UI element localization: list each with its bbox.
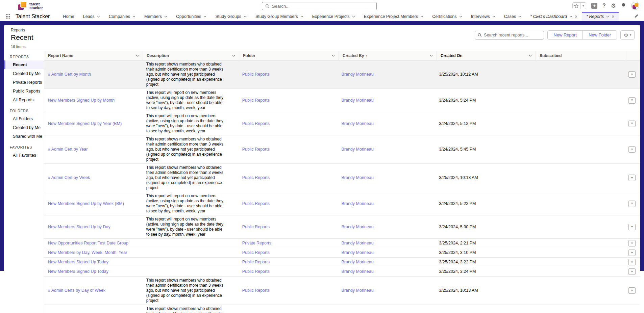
app-launcher-waffle-icon[interactable] [4, 12, 12, 21]
nav-tab[interactable]: Certifications [428, 12, 466, 21]
created-by-link[interactable]: Brandy Morineau [341, 241, 373, 245]
folder-link[interactable]: Public Reports [242, 260, 270, 264]
sidebar-item[interactable]: Shared with Me [4, 132, 44, 141]
column-header-description[interactable]: Description [143, 51, 239, 60]
table-row[interactable]: New Members Signed Up Today Public Repor… [44, 267, 640, 277]
table-row[interactable]: New Admin Certifications Completed Today… [44, 305, 640, 313]
report-name-link[interactable]: # Admin Cert by Week [48, 175, 90, 180]
created-by-link[interactable]: Brandy Morineau [341, 288, 373, 293]
list-search-input[interactable] [484, 33, 541, 37]
row-actions-button[interactable]: ▼ [628, 71, 636, 78]
report-name-link[interactable]: New Members Signed Up by Day [48, 225, 110, 229]
column-header-created-on[interactable]: Created On [437, 51, 536, 60]
row-actions-button[interactable]: ▼ [628, 146, 636, 153]
sidebar-item[interactable]: Public Reports [4, 87, 44, 96]
table-row[interactable]: # Admin Certs by Day of Week This report… [44, 277, 640, 305]
row-actions-button[interactable]: ▼ [628, 287, 636, 294]
new-folder-button[interactable]: New Folder [583, 31, 617, 39]
global-search-box[interactable] [262, 2, 377, 10]
report-name-link[interactable]: New Members Signed Up Today [48, 269, 108, 274]
nav-tab[interactable]: Interviews [467, 12, 500, 21]
close-tab-icon[interactable]: × [575, 15, 577, 19]
chevron-down-icon[interactable] [420, 16, 423, 18]
report-name-link[interactable]: # Admin Certs by Day of Week [48, 288, 105, 293]
sidebar-item[interactable]: All Folders [4, 114, 44, 123]
folder-link[interactable]: Private Reports [242, 241, 271, 245]
row-actions-button[interactable]: ▼ [628, 240, 636, 246]
nav-tab[interactable]: Leads [79, 12, 104, 21]
created-by-link[interactable]: Brandy Morineau [341, 269, 373, 274]
row-actions-button[interactable]: ▼ [628, 268, 636, 275]
folder-link[interactable]: Public Reports [242, 121, 270, 126]
folder-link[interactable]: Public Reports [242, 225, 270, 229]
nav-tab[interactable]: Companies [104, 12, 140, 21]
table-row[interactable]: New Members Signed Up Today Public Repor… [44, 258, 640, 267]
folder-link[interactable]: Public Reports [242, 147, 270, 152]
report-name-link[interactable]: New Members Signed Up by Year (BM) [48, 121, 122, 126]
column-header-created-by[interactable]: Created By ↑ [339, 51, 437, 60]
created-by-link[interactable]: Brandy Morineau [341, 260, 373, 264]
folder-link[interactable]: Public Reports [242, 201, 270, 206]
global-actions-button[interactable]: + [591, 3, 597, 9]
table-row[interactable]: New Members Signed Up by Week (BM) This … [44, 192, 640, 215]
nav-tab[interactable]: Home [58, 12, 78, 21]
chevron-down-icon[interactable] [132, 16, 135, 18]
notifications-bell-button[interactable] [621, 3, 626, 9]
chevron-down-icon[interactable] [352, 16, 355, 18]
nav-tab[interactable]: Cases [500, 12, 526, 21]
table-row[interactable]: # Admin Cert by Week This report shows m… [44, 164, 640, 192]
chevron-down-icon[interactable] [606, 16, 609, 18]
row-actions-button[interactable]: ▼ [628, 201, 636, 207]
user-avatar[interactable] [631, 2, 639, 10]
created-by-link[interactable]: Brandy Morineau [341, 72, 373, 77]
row-actions-button[interactable]: ▼ [628, 259, 636, 265]
chevron-down-icon[interactable] [164, 16, 167, 18]
folder-link[interactable]: Public Reports [242, 98, 270, 103]
chevron-down-icon[interactable] [300, 16, 303, 18]
folder-link[interactable]: Public Reports [242, 269, 270, 274]
report-name-link[interactable]: # Admin Cert by Year [48, 147, 88, 152]
created-by-link[interactable]: Brandy Morineau [341, 201, 373, 206]
help-button[interactable]: ? [602, 3, 606, 9]
chevron-down-icon[interactable] [518, 16, 521, 18]
report-name-link[interactable]: New Members Signed Up by Month [48, 98, 115, 103]
edit-navigation-pencil-icon[interactable] [634, 14, 639, 19]
sidebar-item[interactable]: All Reports [4, 96, 44, 104]
column-header-report-name[interactable]: Report Name [44, 51, 143, 60]
row-actions-button[interactable]: ▼ [628, 121, 636, 127]
favorite-star-button[interactable] [573, 3, 580, 9]
sidebar-item[interactable]: All Favorites [4, 151, 44, 160]
nav-tab[interactable]: Study Groups [211, 12, 251, 21]
sidebar-item[interactable]: Created by Me [4, 69, 44, 78]
created-by-link[interactable]: Brandy Morineau [341, 250, 373, 255]
table-row[interactable]: New Members Signed Up by Day This report… [44, 215, 640, 239]
table-row[interactable]: New Members Signed Up by Year (BM) This … [44, 112, 640, 135]
nav-tab[interactable]: Members [140, 12, 172, 21]
row-actions-button[interactable]: ▼ [628, 250, 636, 256]
created-by-link[interactable]: Brandy Morineau [341, 225, 373, 229]
global-search-input[interactable] [272, 4, 373, 9]
column-menu-chevron-icon[interactable] [232, 55, 235, 57]
column-menu-chevron-icon[interactable] [430, 55, 433, 57]
column-menu-chevron-icon[interactable] [529, 55, 532, 57]
folder-link[interactable]: Public Reports [242, 288, 270, 293]
chevron-down-icon[interactable] [203, 16, 206, 18]
created-by-link[interactable]: Brandy Morineau [341, 175, 373, 180]
close-tab-icon[interactable]: × [612, 15, 614, 19]
list-search-box[interactable] [475, 31, 544, 40]
chevron-down-icon[interactable] [492, 16, 495, 18]
column-menu-chevron-icon[interactable] [332, 55, 335, 57]
folder-link[interactable]: Public Reports [242, 250, 270, 255]
report-name-link[interactable]: New Opportunities Report Test Date Group [48, 241, 128, 245]
list-settings-gear-button[interactable]: ⚙▾ [620, 30, 635, 40]
row-actions-button[interactable]: ▼ [628, 224, 636, 230]
nav-tab[interactable]: Opportunities [172, 12, 211, 21]
new-report-button[interactable]: New Report [548, 31, 583, 39]
chevron-down-icon[interactable] [569, 16, 572, 18]
table-row[interactable]: # Admin Cert by Month This report shows … [44, 60, 640, 89]
nav-tab[interactable]: Experience Projects [308, 12, 360, 21]
report-name-link[interactable]: New Members by Day, Week, Month, Year [48, 250, 127, 255]
sidebar-item[interactable]: Recent [4, 60, 44, 69]
row-actions-button[interactable]: ▼ [628, 97, 636, 104]
sidebar-item[interactable]: Created by Me [4, 123, 44, 132]
